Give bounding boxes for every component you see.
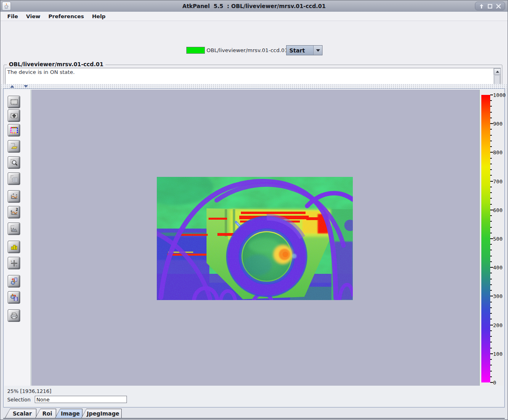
menubar: File View Preferences Help xyxy=(0,12,508,21)
colorbar-tick xyxy=(490,376,492,377)
load-settings-icon xyxy=(10,277,19,286)
menu-view[interactable]: View xyxy=(23,13,44,20)
tab-image[interactable]: Image xyxy=(55,409,82,418)
titlebar[interactable]: AtkPanel 5.5 : OBL/liveviewer/mrsv.01-cc… xyxy=(0,0,508,12)
collapse-up-icon[interactable] xyxy=(10,85,14,88)
tab-scalar[interactable]: Scalar xyxy=(5,409,36,418)
colorbar-tick xyxy=(490,238,493,239)
menu-preferences[interactable]: Preferences xyxy=(45,13,88,20)
colorbar-tick xyxy=(490,256,492,256)
colorbar-tick xyxy=(490,192,492,193)
open-file-button[interactable] xyxy=(8,140,20,153)
selection-label: Selection xyxy=(7,397,31,403)
chevron-down-icon xyxy=(316,49,320,52)
save-settings-icon xyxy=(10,293,19,302)
close-window-icon[interactable] xyxy=(496,4,501,9)
selection-row: Selection xyxy=(7,397,31,403)
region-select-button[interactable] xyxy=(8,96,20,108)
colorbar-tick xyxy=(490,164,492,164)
colorbar-tick xyxy=(490,250,492,250)
scroll-up-button[interactable] xyxy=(494,68,501,75)
java-application-icon xyxy=(2,2,11,10)
grid-table-button[interactable] xyxy=(8,172,20,185)
region-move-button[interactable] xyxy=(8,109,20,122)
colorbar-tick xyxy=(490,353,493,354)
axes-cross-button[interactable]: Lr xyxy=(8,257,20,269)
selection-input[interactable] xyxy=(35,396,127,403)
zoom-status-label: 25% [1936,1216] xyxy=(7,388,51,394)
image-display-area[interactable] xyxy=(32,90,479,386)
ccd-false-color-image[interactable] xyxy=(157,177,353,300)
region-move-icon xyxy=(10,111,19,120)
tab-jpegimage[interactable]: JpegImage xyxy=(81,409,122,418)
colorbar-tick xyxy=(490,296,493,296)
colorbar-tick xyxy=(490,348,492,349)
colorbar-tick xyxy=(490,325,493,326)
colorbar-tick xyxy=(490,336,492,337)
colorbar-tick xyxy=(490,123,493,124)
colorbar-tick xyxy=(490,233,492,233)
region-select-icon xyxy=(10,98,19,107)
colorbar-gradient xyxy=(481,95,490,382)
window-controls xyxy=(475,2,505,10)
colorbar-tick-label: 500 xyxy=(493,236,502,242)
tab-roi[interactable]: Roi xyxy=(35,409,56,418)
print-button[interactable] xyxy=(8,309,20,322)
colorbar-tick-label: 200 xyxy=(493,322,502,328)
svg-text:r: r xyxy=(16,265,17,267)
statistics-bars-icon xyxy=(10,243,19,252)
dropdown-arrow-button[interactable] xyxy=(313,46,322,55)
line-profile-squared-icon: 2 xyxy=(10,208,19,217)
grid-icon xyxy=(10,174,19,183)
vertical-profile-button[interactable]: 2 xyxy=(8,206,20,218)
colorbar-tick xyxy=(490,94,493,95)
colorbar-tick xyxy=(490,267,493,268)
colorbar-tick-label: 600 xyxy=(493,207,502,213)
colorbar-tick xyxy=(490,187,492,187)
load-settings-button[interactable] xyxy=(8,275,20,288)
print-icon xyxy=(10,311,19,320)
colorbar-tick xyxy=(490,342,492,342)
menu-help[interactable]: Help xyxy=(89,13,109,20)
colorbar-tick xyxy=(490,365,492,365)
command-dropdown-value: Start xyxy=(287,46,313,55)
colorbar-tick-label: 900 xyxy=(493,121,502,127)
colormap-settings-button[interactable] xyxy=(8,124,20,136)
shade-window-icon[interactable] xyxy=(479,4,484,9)
colorbar-tick xyxy=(490,313,492,314)
tab-roi-label: Roi xyxy=(36,409,56,418)
svg-text:L: L xyxy=(11,260,12,262)
colorbar-panel: 10009008007006005004003002001000 xyxy=(479,90,504,386)
colorbar-tick xyxy=(490,158,492,159)
horizontal-profile-button[interactable] xyxy=(8,190,20,203)
collapse-down-icon[interactable] xyxy=(24,85,28,88)
tabbar: Scalar Roi Image JpegImage xyxy=(3,409,505,419)
save-settings-button[interactable] xyxy=(8,291,20,304)
command-dropdown[interactable]: Start xyxy=(286,45,323,55)
colorbar-tick xyxy=(490,198,492,199)
colorbar-tick xyxy=(490,100,492,101)
split-divider[interactable] xyxy=(0,84,508,88)
tab-scalar-label: Scalar xyxy=(5,409,36,418)
colorbar-tick xyxy=(490,284,492,285)
colorbar-tick xyxy=(490,279,492,279)
colorbar-tick xyxy=(490,302,492,302)
colorbar-tick xyxy=(490,330,492,331)
colorbar-tick-label: 300 xyxy=(493,293,502,299)
atkpanel-window: AtkPanel 5.5 : OBL/liveviewer/mrsv.01-cc… xyxy=(0,0,508,420)
histogram-button[interactable] xyxy=(8,223,20,235)
colorbar-tick xyxy=(490,221,492,222)
colorbar-tick-label: 400 xyxy=(493,265,502,271)
zoom-button[interactable] xyxy=(8,156,20,169)
maximize-window-icon[interactable] xyxy=(487,4,493,9)
window-title: AtkPanel 5.5 : OBL/liveviewer/mrsv.01-cc… xyxy=(0,3,508,9)
colorbar-tick xyxy=(490,371,492,372)
image-tab-panel: 2 Lr xyxy=(3,88,505,407)
open-folder-icon xyxy=(10,142,19,151)
colorbar-tick xyxy=(490,290,492,291)
colorbar-tick xyxy=(490,382,493,383)
statistics-button[interactable] xyxy=(8,241,20,253)
colorbar-tick xyxy=(490,204,492,205)
menu-file[interactable]: File xyxy=(4,13,22,20)
tab-jpegimage-label: JpegImage xyxy=(82,409,121,418)
